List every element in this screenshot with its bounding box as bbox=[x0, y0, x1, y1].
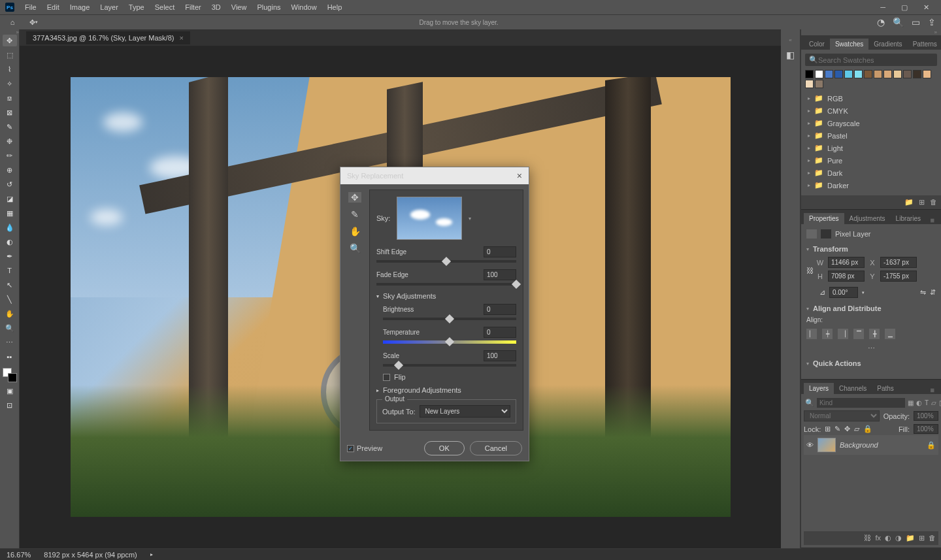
expand-toolbar[interactable]: » bbox=[16, 29, 19, 35]
layer-lock-icon[interactable]: 🔒 bbox=[927, 441, 936, 450]
lock-pos-icon[interactable]: ✥ bbox=[844, 425, 850, 433]
cloud-account-icon[interactable]: ◔ bbox=[877, 17, 885, 27]
search-swatches[interactable]: 🔍 bbox=[805, 54, 937, 66]
layer-row[interactable]: 👁 Background 🔒 bbox=[804, 435, 938, 455]
shift-edge-slider[interactable] bbox=[376, 260, 516, 263]
zoom-tool[interactable]: 🔍 bbox=[3, 322, 17, 334]
dock-icon[interactable]: ◧ bbox=[786, 50, 795, 60]
swatch-folder-rgb[interactable]: ▸📁RGB bbox=[805, 92, 937, 105]
crop-tool[interactable]: ⟏ bbox=[3, 92, 17, 104]
blur-tool[interactable]: 💧 bbox=[3, 222, 17, 233]
dialog-hand-tool[interactable]: ✋ bbox=[348, 226, 361, 237]
marquee-tool[interactable]: ⬚ bbox=[3, 49, 17, 61]
collapse-panels[interactable]: » bbox=[801, 29, 941, 35]
close-tab-icon[interactable]: × bbox=[179, 34, 183, 42]
collapse-handle[interactable]: « bbox=[789, 37, 791, 43]
dialog-titlebar[interactable]: Sky Replacement × bbox=[340, 167, 529, 184]
menu-layer[interactable]: Layer bbox=[95, 2, 124, 12]
workspace-icon[interactable]: ▭ bbox=[912, 17, 920, 27]
swatch-color[interactable] bbox=[874, 70, 882, 78]
shift-edge-input[interactable] bbox=[484, 246, 516, 257]
align-hcenter[interactable]: ┿ bbox=[822, 329, 833, 339]
swatch-folder-dark[interactable]: ▸📁Dark bbox=[805, 167, 937, 179]
tab-patterns[interactable]: Patterns bbox=[908, 39, 941, 50]
pen-tool[interactable]: ✒ bbox=[3, 250, 17, 262]
swatch-folder-pastel[interactable]: ▸📁Pastel bbox=[805, 129, 937, 142]
ok-button[interactable]: OK bbox=[424, 441, 465, 455]
x-input[interactable] bbox=[880, 257, 917, 268]
status-chevron-icon[interactable]: ▸ bbox=[150, 552, 153, 557]
swatch-folder-pure[interactable]: ▸📁Pure bbox=[805, 154, 937, 167]
align-vcenter[interactable]: ╋ bbox=[869, 329, 880, 339]
background-color[interactable] bbox=[8, 373, 17, 382]
layer-filter-input[interactable] bbox=[817, 398, 905, 408]
swatch-color[interactable] bbox=[864, 70, 872, 78]
panel-menu-icon[interactable]: ≡ bbox=[927, 386, 938, 394]
maximize-button[interactable]: ▢ bbox=[897, 2, 912, 13]
layer-fx-icon[interactable]: fx bbox=[875, 534, 881, 542]
delete-swatch-icon[interactable]: 🗑 bbox=[930, 198, 937, 206]
swatch-folder-darker[interactable]: ▸📁Darker bbox=[805, 179, 937, 191]
lock-pixels-icon[interactable]: ✎ bbox=[834, 425, 840, 433]
path-tool[interactable]: ↖ bbox=[3, 279, 17, 291]
swatch-color[interactable] bbox=[883, 70, 892, 78]
tab-libraries[interactable]: Libraries bbox=[891, 213, 926, 224]
hand-tool[interactable]: ✋ bbox=[3, 308, 17, 320]
swatch-color[interactable] bbox=[844, 70, 853, 78]
menu-edit[interactable]: Edit bbox=[42, 2, 65, 12]
new-layer-icon[interactable]: ⊞ bbox=[919, 534, 925, 542]
adjustment-layer-icon[interactable]: ◑ bbox=[895, 534, 902, 542]
blend-mode-select[interactable]: Normal bbox=[804, 410, 880, 421]
line-tool[interactable]: ╲ bbox=[3, 293, 17, 305]
link-wh-icon[interactable]: ⛓ bbox=[806, 267, 814, 274]
home-icon[interactable]: ⌂ bbox=[5, 16, 20, 28]
swatch-color[interactable] bbox=[815, 70, 823, 78]
menu-3d[interactable]: 3D bbox=[206, 2, 226, 12]
filter-adjust-icon[interactable]: ◐ bbox=[916, 399, 922, 406]
share-icon[interactable]: ⇪ bbox=[928, 17, 936, 27]
search-swatches-input[interactable] bbox=[818, 56, 933, 64]
more-align-icon[interactable]: ⋯ bbox=[868, 344, 875, 352]
tab-swatches[interactable]: Swatches bbox=[830, 39, 868, 50]
new-swatch-icon[interactable]: ⊞ bbox=[919, 198, 925, 206]
menu-view[interactable]: View bbox=[226, 2, 252, 12]
brightness-slider[interactable] bbox=[383, 318, 516, 320]
menu-help[interactable]: Help bbox=[322, 2, 348, 12]
minimize-button[interactable]: ─ bbox=[876, 2, 889, 13]
visibility-icon[interactable]: 👁 bbox=[806, 441, 814, 449]
align-toggle[interactable]: ▾ Align and Distribute bbox=[806, 305, 936, 312]
align-left[interactable]: ▏ bbox=[806, 329, 817, 339]
swatch-color[interactable] bbox=[903, 70, 912, 78]
history-brush-tool[interactable]: ↺ bbox=[3, 178, 17, 190]
tab-layers[interactable]: Layers bbox=[804, 383, 834, 394]
panel-menu-icon[interactable]: ≡ bbox=[927, 216, 938, 224]
temperature-slider[interactable] bbox=[383, 340, 516, 344]
filter-shape-icon[interactable]: ▱ bbox=[931, 399, 936, 406]
brush-tool[interactable]: ✏ bbox=[3, 150, 17, 161]
color-swatches[interactable] bbox=[3, 368, 17, 382]
align-right[interactable]: ▕ bbox=[838, 329, 848, 339]
new-folder-icon[interactable]: 📁 bbox=[904, 198, 914, 206]
tab-gradients[interactable]: Gradients bbox=[868, 39, 907, 50]
link-layers-icon[interactable]: ⛓ bbox=[864, 534, 871, 542]
flip-h-icon[interactable]: ⇋ bbox=[920, 288, 926, 297]
quick-actions-toggle[interactable]: ▾ Quick Actions bbox=[806, 359, 936, 367]
lasso-tool[interactable]: ⌇ bbox=[3, 63, 17, 75]
flip-v-icon[interactable]: ⇵ bbox=[930, 288, 936, 297]
menu-plugins[interactable]: Plugins bbox=[252, 2, 286, 12]
angle-input[interactable] bbox=[829, 287, 858, 298]
swatch-color[interactable] bbox=[893, 70, 902, 78]
brightness-input[interactable] bbox=[484, 304, 516, 315]
delete-layer-icon[interactable]: 🗑 bbox=[929, 534, 936, 542]
more-tools[interactable]: ⋯ bbox=[3, 337, 17, 348]
fade-edge-input[interactable] bbox=[484, 269, 516, 280]
swatch-color[interactable] bbox=[913, 70, 921, 78]
filter-type-icon[interactable]: T bbox=[925, 399, 929, 406]
wand-tool[interactable]: ✧ bbox=[3, 78, 17, 90]
quick-mask[interactable]: ▣ bbox=[3, 385, 17, 397]
layer-thumbnail[interactable] bbox=[817, 438, 836, 452]
menu-window[interactable]: Window bbox=[286, 2, 322, 12]
y-input[interactable] bbox=[880, 271, 917, 282]
sky-preset-thumb[interactable] bbox=[397, 197, 462, 240]
swatch-color[interactable] bbox=[854, 70, 863, 78]
